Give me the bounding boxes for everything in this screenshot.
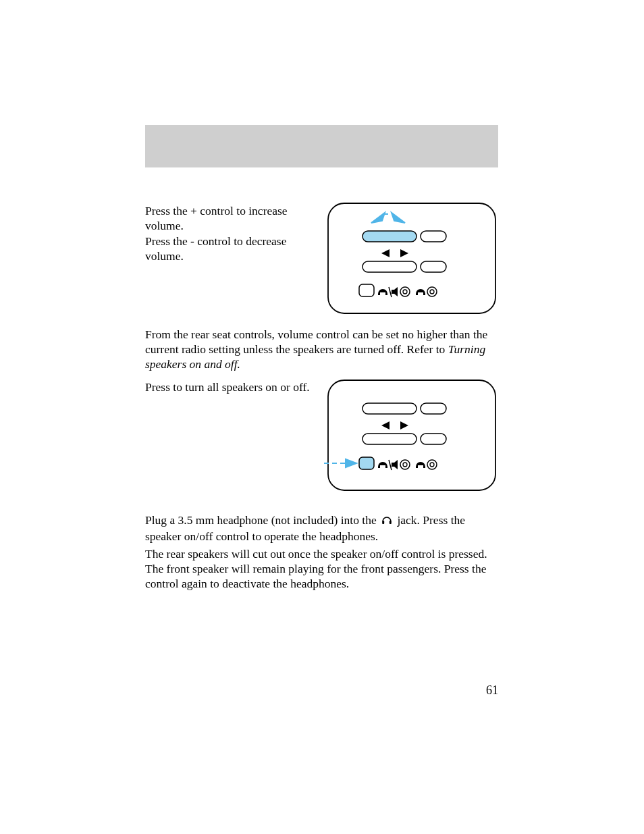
rear-seat-control-diagram-speaker — [324, 376, 500, 497]
svg-rect-21 — [363, 434, 417, 444]
svg-rect-18 — [421, 403, 446, 414]
svg-rect-1 — [363, 231, 417, 242]
page-number: 61 — [486, 683, 498, 698]
svg-rect-0 — [328, 203, 495, 313]
svg-rect-17 — [363, 403, 417, 414]
text: Press the + control to increase volume. — [145, 204, 288, 232]
text: From the rear seat controls, volume cont… — [145, 328, 487, 356]
svg-rect-31 — [382, 521, 384, 524]
paragraph-volume-increase: Press the + control to increase volume. — [145, 204, 314, 234]
svg-rect-7 — [359, 284, 374, 296]
paragraph-volume-limit: From the rear seat controls, volume cont… — [145, 328, 498, 372]
svg-rect-2 — [421, 231, 446, 242]
text: The rear speakers will cut out once the … — [145, 547, 487, 590]
text: Press to turn all speakers on or off. — [145, 380, 310, 394]
document-page: Press the + control to increase volume. … — [0, 0, 644, 834]
text: 61 — [486, 683, 498, 697]
paragraph-volume-decrease: Press the - control to decrease volume. — [145, 234, 314, 264]
svg-rect-6 — [421, 261, 446, 272]
svg-rect-5 — [363, 261, 417, 272]
rear-seat-control-diagram-volume — [324, 199, 500, 320]
text: Plug a 3.5 mm headphone (not included) i… — [145, 513, 379, 527]
paragraph-rear-speakers: The rear speakers will cut out once the … — [145, 547, 498, 592]
header-bar — [145, 125, 498, 167]
svg-rect-23 — [359, 457, 374, 469]
headphone-icon — [381, 513, 393, 529]
svg-rect-22 — [421, 434, 446, 444]
text: Press the - control to decrease volume. — [145, 234, 286, 263]
paragraph-headphone-jack: Plug a 3.5 mm headphone (not included) i… — [145, 513, 498, 544]
svg-rect-32 — [390, 521, 392, 524]
paragraph-speaker-toggle: Press to turn all speakers on or off. — [145, 380, 314, 395]
